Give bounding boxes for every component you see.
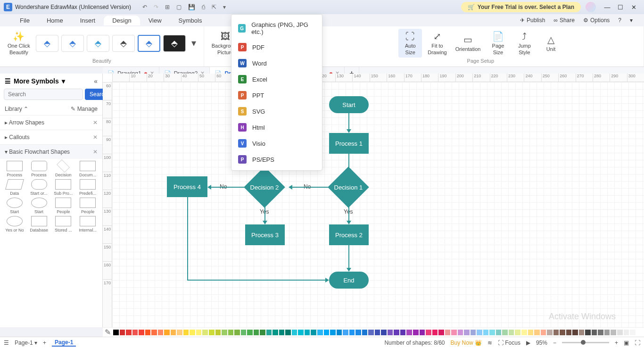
color-swatch[interactable] xyxy=(451,330,457,335)
color-swatch[interactable] xyxy=(547,330,553,335)
add-page-icon[interactable]: + xyxy=(43,340,46,346)
color-swatch[interactable] xyxy=(190,330,195,335)
color-swatch[interactable] xyxy=(177,330,182,335)
jump-style-button[interactable]: ⤴Jump Style xyxy=(512,29,536,57)
redo-icon[interactable]: ↷ xyxy=(154,4,158,10)
color-swatch[interactable] xyxy=(458,330,463,335)
shape-stencil[interactable]: Start or... xyxy=(27,179,51,196)
color-swatch[interactable] xyxy=(496,330,502,335)
shape-stencil[interactable]: Stored ... xyxy=(52,216,75,232)
print-icon[interactable]: ⎙ xyxy=(202,4,205,10)
color-swatch[interactable] xyxy=(438,330,444,335)
minimize-button[interactable]: — xyxy=(601,4,614,11)
shape-stencil[interactable]: Internal... xyxy=(76,216,99,232)
color-swatch[interactable] xyxy=(604,330,610,335)
color-swatch[interactable] xyxy=(183,330,189,335)
menu-file[interactable]: File xyxy=(11,16,38,25)
export-menu-item[interactable]: PPS/EPS xyxy=(231,151,322,167)
search-input[interactable] xyxy=(4,89,83,100)
zoom-in-icon[interactable]: + xyxy=(615,340,618,346)
page-tab[interactable]: Page-1 xyxy=(52,339,76,347)
theme-3[interactable]: ⬘ xyxy=(87,35,109,52)
menu-home[interactable]: Home xyxy=(38,16,72,25)
export-menu-item[interactable]: WWord xyxy=(231,55,322,71)
color-swatch[interactable] xyxy=(420,330,425,335)
color-swatch[interactable] xyxy=(292,330,297,335)
buy-now-link[interactable]: Buy Now 👑 xyxy=(451,340,482,346)
shape-stencil[interactable]: Decision xyxy=(52,161,75,177)
color-swatch[interactable] xyxy=(202,330,208,335)
color-swatch[interactable] xyxy=(355,330,361,335)
color-swatch[interactable] xyxy=(592,330,597,335)
color-swatch[interactable] xyxy=(432,330,438,335)
focus-button[interactable]: ⛶ Focus xyxy=(498,340,520,346)
export-menu-item[interactable]: VVisio xyxy=(231,135,322,151)
color-swatch[interactable] xyxy=(241,330,247,335)
color-swatch[interactable] xyxy=(534,330,540,335)
cat-basic-flowchart[interactable]: ▾ Basic Flowchart Shapes✕ xyxy=(0,144,102,159)
cat-callouts[interactable]: ▸ Callouts✕ xyxy=(0,130,102,144)
shape-stencil[interactable]: Yes or No xyxy=(3,216,26,232)
layers-icon[interactable]: ≋ xyxy=(487,340,492,346)
new-icon[interactable]: ⊞ xyxy=(165,4,170,10)
manage-button[interactable]: ✎ Manage xyxy=(71,106,98,112)
color-swatch[interactable] xyxy=(489,330,495,335)
color-swatch[interactable] xyxy=(528,330,534,335)
color-swatch[interactable] xyxy=(471,330,476,335)
color-swatch[interactable] xyxy=(406,330,412,335)
undo-icon[interactable]: ↶ xyxy=(142,4,147,10)
export-menu-item[interactable]: HHtml xyxy=(231,119,322,135)
color-swatch[interactable] xyxy=(362,330,368,335)
fit-page-icon[interactable]: ▣ xyxy=(624,340,629,346)
color-swatch[interactable] xyxy=(209,330,215,335)
color-swatch[interactable] xyxy=(624,330,629,335)
color-swatch[interactable] xyxy=(215,330,221,335)
shape-process2[interactable]: Process 2 xyxy=(329,224,369,245)
color-swatch[interactable] xyxy=(349,330,355,335)
color-swatch[interactable] xyxy=(228,330,234,335)
export-menu-item[interactable]: SSVG xyxy=(231,103,322,119)
shape-stencil[interactable]: Predefi... xyxy=(76,179,99,196)
color-swatch[interactable] xyxy=(515,330,520,335)
color-swatch[interactable] xyxy=(337,330,342,335)
menu-insert[interactable]: Insert xyxy=(72,16,104,25)
theme-6[interactable]: ⬘ xyxy=(163,35,186,52)
color-swatch[interactable] xyxy=(113,330,119,335)
shape-stencil[interactable]: People xyxy=(76,198,99,214)
color-swatch[interactable] xyxy=(521,330,527,335)
color-swatch[interactable] xyxy=(611,330,616,335)
color-swatch[interactable] xyxy=(400,330,406,335)
color-swatch[interactable] xyxy=(272,330,278,335)
zoom-slider[interactable] xyxy=(562,342,609,343)
color-swatch[interactable] xyxy=(566,330,572,335)
color-swatch[interactable] xyxy=(132,330,138,335)
close-button[interactable]: ✕ xyxy=(627,4,640,11)
color-swatch[interactable] xyxy=(598,330,603,335)
fullscreen-icon[interactable]: ⛶ xyxy=(635,340,640,346)
zoom-out-icon[interactable]: − xyxy=(553,340,556,346)
color-swatch[interactable] xyxy=(394,330,399,335)
export-menu-item[interactable]: PPDF xyxy=(231,39,322,55)
shape-stencil[interactable]: Database xyxy=(27,216,51,232)
shape-process1[interactable]: Process 1 xyxy=(329,133,369,154)
menu-view[interactable]: View xyxy=(140,16,170,25)
theme-5[interactable]: ⬘ xyxy=(138,35,160,52)
color-swatch[interactable] xyxy=(541,330,546,335)
color-swatch[interactable] xyxy=(330,330,336,335)
canvas[interactable]: Start Process 1 Decision 1 Yes No Decisi… xyxy=(112,82,644,327)
shape-stencil[interactable]: Data xyxy=(3,179,26,196)
color-swatch[interactable] xyxy=(343,330,348,335)
shape-stencil[interactable]: Docum... xyxy=(76,161,99,177)
eyedropper-icon[interactable]: ✎ xyxy=(105,328,111,337)
menu-symbols[interactable]: Symbols xyxy=(170,16,211,25)
color-swatch[interactable] xyxy=(285,330,291,335)
color-swatch[interactable] xyxy=(426,330,431,335)
one-click-beautify-button[interactable]: ✨ One Click Beautify xyxy=(5,29,33,57)
color-swatch[interactable] xyxy=(483,330,489,335)
color-swatch[interactable] xyxy=(375,330,380,335)
color-swatch[interactable] xyxy=(247,330,253,335)
unit-button[interactable]: △Unit xyxy=(539,32,562,54)
color-swatch[interactable] xyxy=(413,330,419,335)
shape-decision2[interactable]: Decision 2 xyxy=(244,166,285,208)
color-swatch[interactable] xyxy=(164,330,170,335)
